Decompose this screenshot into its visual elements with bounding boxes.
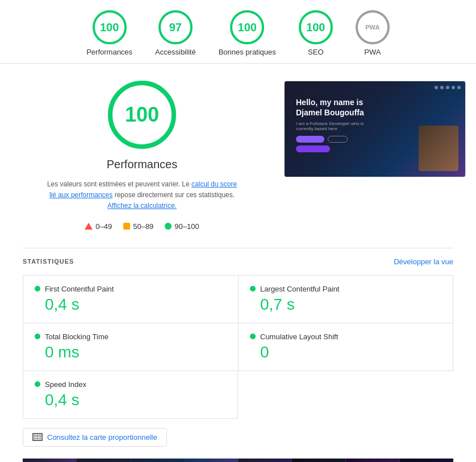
website-screenshot: Hello, my name isDjamel Bougouffa I am a… <box>284 81 466 177</box>
stat-label-fcp: First Contentful Paint <box>45 285 114 293</box>
thumbnail-6: Hello, my name isDjamel Bougouffa <box>292 459 346 462</box>
nav-label-seo: SEO <box>308 48 323 56</box>
nav-item-bonnes-pratiques[interactable]: 100 Bonnes pratiques <box>219 10 276 56</box>
nav-label-bonnes-pratiques: Bonnes pratiques <box>219 48 276 56</box>
stat-label-row-lcp: Largest Contentful Paint <box>250 285 441 293</box>
screenshot-dot-3 <box>446 86 449 89</box>
screenshot-btn-contact <box>296 136 324 143</box>
legend-medium-icon <box>123 223 130 230</box>
thumbnail-8: Hello, my name isDjamel Bougouffa <box>400 459 453 462</box>
main-content: 100 Performances Les valeurs sont estimé… <box>0 64 476 462</box>
thumbnail-2: Hello, my name isDjamel Bougouffa <box>77 459 131 462</box>
map-button[interactable]: Consultez la carte proportionnelle <box>23 428 167 447</box>
nav-item-accessibilite[interactable]: 97 Accessibilité <box>155 10 196 56</box>
stat-dot-tbt <box>35 334 40 339</box>
stats-section-title: STATISTIQUES <box>23 258 74 265</box>
stat-item-tbt: Total Blocking Time 0 ms <box>23 323 238 371</box>
stat-label-row-fcp: First Contentful Paint <box>35 285 227 293</box>
stat-value-fcp: 0,4 s <box>35 295 227 314</box>
stat-value-lcp: 0,7 s <box>250 295 441 314</box>
thumbnails-row: Hello, my name isDjamel Bougouffa Hello,… <box>23 458 453 462</box>
stat-value-cls: 0 <box>250 343 441 361</box>
nav-item-seo[interactable]: 100 SEO <box>299 10 333 56</box>
screenshot-topbar <box>289 86 461 89</box>
nav-item-performances[interactable]: 100 Performances <box>86 10 132 56</box>
screenshot-sub: I am a Fullstack Developer who iscurrent… <box>296 121 364 131</box>
screenshot-inner: Hello, my name isDjamel Bougouffa I am a… <box>285 81 465 177</box>
stat-dot-fcp <box>35 286 40 292</box>
stats-grid: First Contentful Paint 0,4 s Largest Con… <box>23 275 453 419</box>
map-button-label: Consultez la carte proportionnelle <box>47 433 157 442</box>
score-section-title: Performances <box>107 158 178 171</box>
score-circle-performances: 100 <box>93 10 127 44</box>
thumbnail-4: Hello, my name isDjamel Bougouffa <box>185 459 239 462</box>
stat-value-tbt: 0 ms <box>35 343 227 361</box>
score-description: Les valeurs sont estimées et peuvent var… <box>45 179 239 212</box>
top-navigation: 100 Performances 97 Accessibilité 100 Bo… <box>0 0 476 64</box>
map-icon <box>32 433 43 441</box>
screenshot-dot-1 <box>435 86 438 89</box>
screenshot-heading: Hello, my name isDjamel Bougouffa <box>296 97 364 118</box>
thumbnail-5: Hello, my name isDjamel Bougouffa <box>239 459 293 462</box>
stat-label-row-cls: Cumulative Layout Shift <box>250 332 441 341</box>
thumbnail-1: Hello, my name isDjamel Bougouffa <box>23 459 77 462</box>
stat-item-cls: Cumulative Layout Shift 0 <box>238 323 453 371</box>
stat-label-row-si: Speed Index <box>35 380 226 389</box>
score-section: 100 Performances Les valeurs sont estimé… <box>23 81 453 231</box>
legend-medium: 50–89 <box>123 222 153 231</box>
stats-header: STATISTIQUES Développer la vue <box>23 248 453 266</box>
score-circle-pwa: PWA <box>356 10 390 44</box>
stat-dot-cls <box>250 334 256 339</box>
screenshot-btn-download <box>296 145 330 152</box>
score-left: 100 Performances Les valeurs sont estimé… <box>23 81 261 231</box>
stat-label-lcp: Largest Contentful Paint <box>260 285 339 293</box>
screenshot-dot-2 <box>440 86 444 89</box>
stat-dot-si <box>35 381 40 387</box>
nav-label-pwa: PWA <box>364 48 381 56</box>
score-link-calculatrice[interactable]: Affichez la calculatrice. <box>107 202 177 210</box>
stat-label-cls: Cumulative Layout Shift <box>260 332 338 341</box>
nav-label-performances: Performances <box>86 48 132 56</box>
stat-item-fcp: First Contentful Paint 0,4 s <box>23 275 238 323</box>
screenshot-btn-filter <box>328 136 348 143</box>
legend-good: 90–100 <box>165 222 199 231</box>
thumbnail-7: Hello, my name isDjamel Bougouffa <box>346 459 400 462</box>
thumbnail-3: Hello, my name isDjamel Bougouffa <box>131 459 185 462</box>
expand-view-link[interactable]: Développer la vue <box>394 257 453 266</box>
nav-item-pwa[interactable]: PWA PWA <box>356 10 390 56</box>
screenshot-dot-4 <box>452 86 455 89</box>
stat-value-si: 0,4 s <box>35 391 226 409</box>
stat-label-row-tbt: Total Blocking Time <box>35 332 227 341</box>
screenshot-dot-5 <box>457 86 461 89</box>
legend-bad-icon <box>85 223 93 230</box>
stat-item-si: Speed Index 0,4 s <box>23 371 238 419</box>
screenshot-content: Hello, my name isDjamel Bougouffa I am a… <box>289 93 371 157</box>
screenshot-photo <box>419 126 458 171</box>
map-button-row: Consultez la carte proportionnelle <box>23 428 453 447</box>
big-score-circle: 100 <box>108 81 176 149</box>
score-circle-bonnes-pratiques: 100 <box>230 10 264 44</box>
legend-good-icon <box>165 223 172 230</box>
stat-label-si: Speed Index <box>45 380 86 389</box>
stat-label-tbt: Total Blocking Time <box>45 332 108 341</box>
legend-bad: 0–49 <box>85 222 112 231</box>
screenshot-btn-row <box>296 136 364 143</box>
score-circle-seo: 100 <box>299 10 333 44</box>
stat-item-lcp: Largest Contentful Paint 0,7 s <box>238 275 453 323</box>
stat-dot-lcp <box>250 286 256 292</box>
score-legend: 0–49 50–89 90–100 <box>85 222 199 231</box>
score-right: Hello, my name isDjamel Bougouffa I am a… <box>284 81 466 231</box>
score-circle-accessibilite: 97 <box>158 10 193 44</box>
nav-label-accessibilite: Accessibilité <box>155 48 196 56</box>
